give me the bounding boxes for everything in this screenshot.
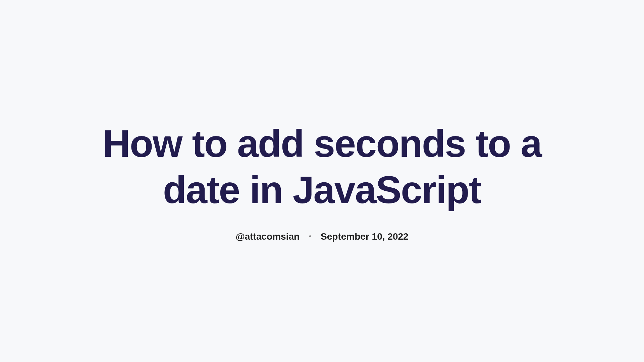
- author-handle: @attacomsian: [235, 231, 300, 242]
- article-meta: @attacomsian • September 10, 2022: [87, 231, 557, 242]
- article-header: How to add seconds to a date in JavaScri…: [87, 120, 557, 242]
- article-title: How to add seconds to a date in JavaScri…: [87, 120, 557, 213]
- publish-date: September 10, 2022: [321, 231, 409, 242]
- meta-separator: •: [309, 233, 311, 240]
